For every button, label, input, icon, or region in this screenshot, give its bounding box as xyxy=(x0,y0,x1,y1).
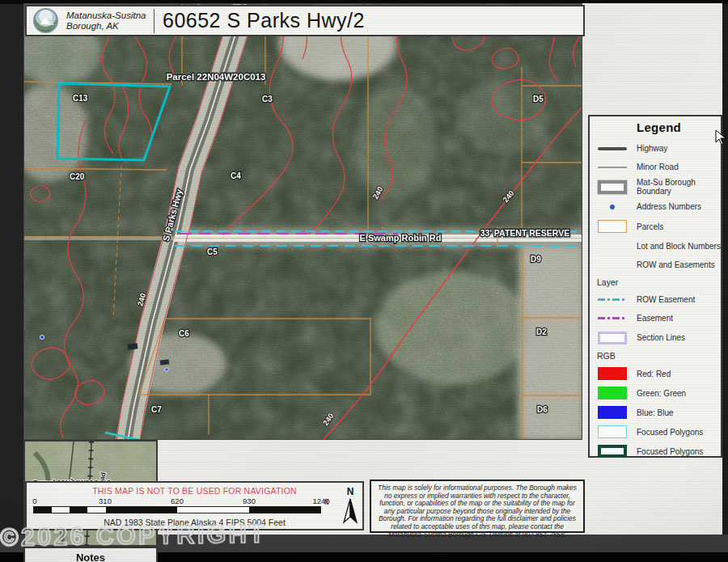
mouse-cursor-icon xyxy=(715,129,726,146)
legend-item: Address Numbers xyxy=(597,197,721,216)
highway-line-icon xyxy=(597,147,628,150)
parcel-label: D2 xyxy=(536,327,547,336)
legend-item: Lot and Block Numbers xyxy=(597,237,721,256)
borough-name-line1: Matanuska-Susitna xyxy=(66,11,150,21)
parcel-label: C5 xyxy=(207,247,218,256)
legend-item: Red: Red xyxy=(597,364,721,383)
legend-item: ROW Easement xyxy=(597,290,721,309)
legend-item: Green: Green xyxy=(597,383,721,403)
copyright-watermark: ©2026 COPYRIGHT xyxy=(0,520,267,553)
header-bar: Matanuska-Susitna Borough, AK 60652 S Pa… xyxy=(25,5,585,36)
legend-item: Easement xyxy=(597,309,721,327)
borough-name-line2: Borough, AK xyxy=(66,21,150,32)
legend-item: Parcels xyxy=(597,216,721,237)
address-dot-icon xyxy=(597,205,628,209)
screen-photo: Matanuska-Susitna Borough, AK 60652 S Pa… xyxy=(0,0,728,562)
parcel-label: D5 xyxy=(533,95,544,104)
legend-item: Mat-Su Borough Boundary xyxy=(597,176,721,197)
row-easement-line-icon xyxy=(597,298,628,300)
legend-panel: Legend Highway Minor Road Mat-Su Borough… xyxy=(588,115,722,458)
legend-item: Blue: Blue xyxy=(597,403,721,422)
borough-name: Matanuska-Susitna Borough, AK xyxy=(66,11,150,32)
map-sheet: Matanuska-Susitna Borough, AK 60652 S Pa… xyxy=(23,3,722,535)
page-title: 60652 S Parks Hwy/2 xyxy=(163,9,365,32)
red-swatch-icon xyxy=(597,367,628,380)
section-lines-icon xyxy=(597,332,628,344)
north-arrow-icon xyxy=(341,497,359,525)
legend-rgb-header: RGB xyxy=(597,348,721,364)
parcel-label: C13 xyxy=(73,94,88,103)
legend-item: ROW and Easements xyxy=(597,256,721,274)
parcel-label: D9 xyxy=(531,255,541,264)
parcel-label: C6 xyxy=(179,329,189,338)
swamp-robin-road-label: E Swamp Robin Rd xyxy=(360,233,442,243)
minor-road-line-icon xyxy=(597,167,628,168)
parcel-callout-label: Parcel 22N04W20C013 xyxy=(167,72,266,82)
legend-title: Legend xyxy=(597,120,721,134)
notes-title: Notes xyxy=(25,551,156,562)
parcel-label: C7 xyxy=(151,405,162,414)
parcel-label: D6 xyxy=(537,405,548,414)
parcel-label: C4 xyxy=(231,171,241,180)
scale-tick-labels: 0 310 620 930 1240 xyxy=(27,497,362,506)
main-map-canvas: C14 C2 D5 C13 C3 C20 C4 C5 C6 C7 D9 D2 D… xyxy=(24,4,582,440)
borough-seal-icon xyxy=(33,8,58,33)
parcel-box-icon xyxy=(597,220,628,233)
main-map: C14 C2 D5 C13 C3 C20 C4 C5 C6 C7 D9 D2 D… xyxy=(23,3,582,440)
focused-polygon-cyan-icon xyxy=(597,425,628,438)
blue-swatch-icon xyxy=(597,406,628,419)
easement-line-icon xyxy=(597,317,628,319)
navigation-warning: THIS MAP IS NOT TO BE USED FOR NAVIGATIO… xyxy=(27,486,362,496)
patent-reserve-label: 33' PATENT RESERVE xyxy=(480,228,569,238)
legend-item: Minor Road xyxy=(597,158,721,176)
scale-bar xyxy=(33,506,321,513)
legend-item: Section Lines xyxy=(597,327,721,348)
legend-item: Focused Polygons xyxy=(597,442,721,461)
legend-item: Highway xyxy=(597,139,721,158)
aerial-imagery xyxy=(24,4,582,440)
parcel-label: C3 xyxy=(262,95,273,104)
green-swatch-icon xyxy=(597,387,628,399)
legend-layer-header: Layer xyxy=(597,274,721,290)
focused-polygon-teal-icon xyxy=(597,445,628,458)
north-arrow: N xyxy=(341,486,360,528)
header-divider xyxy=(154,9,154,33)
parcel-label: C20 xyxy=(70,172,85,181)
borough-boundary-icon xyxy=(597,180,628,194)
disclaimer: This map is solely for informational pur… xyxy=(370,480,585,533)
scale-unit: ft xyxy=(324,498,328,506)
legend-item: Focused Polygons xyxy=(597,422,721,442)
